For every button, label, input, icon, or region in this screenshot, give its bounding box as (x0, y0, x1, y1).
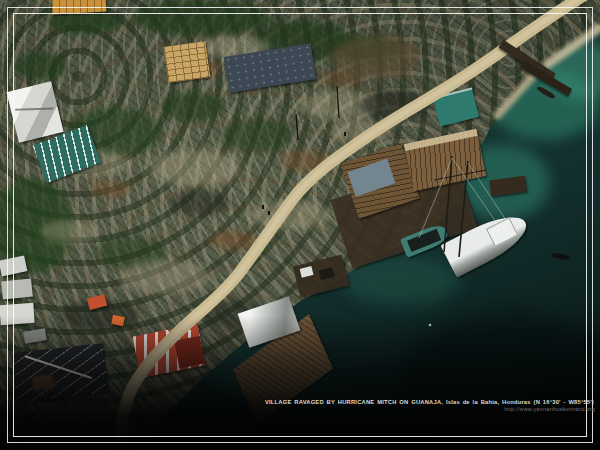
photo-caption: VILLAGE RAVAGED BY HURRICANE MITCH ON GU… (265, 399, 594, 406)
credit-url: http://www.yannarthusbertrand.org (504, 406, 595, 412)
aerial-photo: VILLAGE RAVAGED BY HURRICANE MITCH ON GU… (0, 0, 600, 450)
bottom-vignette (0, 0, 600, 450)
